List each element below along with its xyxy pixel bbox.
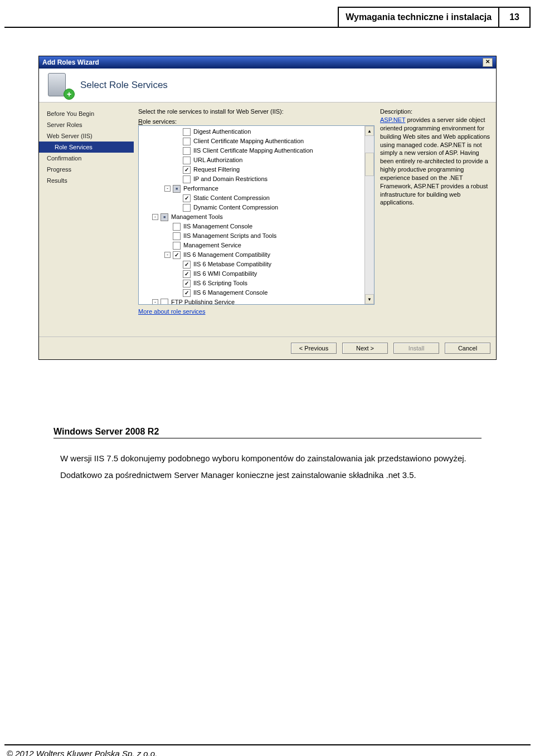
wizard-nav-item[interactable]: Before You Begin — [39, 108, 134, 119]
tree-item-label: IIS Management Console — [183, 222, 252, 231]
checkbox[interactable] — [183, 289, 191, 297]
body-paragraph-2: Dodatkowo za pośrednictwem Server Manage… — [60, 470, 481, 481]
tree-item[interactable]: IP and Domain Restrictions — [140, 174, 363, 184]
tree-item[interactable]: IIS 6 Scripting Tools — [140, 279, 363, 288]
copyright-text: © 2012 Wolters Kluwer Polska Sp. z o.o. — [7, 749, 157, 756]
next-button[interactable]: Next > — [342, 343, 388, 354]
scrollbar[interactable]: ▲ ▼ — [364, 126, 374, 304]
checkbox[interactable] — [183, 147, 191, 155]
collapse-icon[interactable]: - — [164, 252, 171, 258]
tree-item[interactable]: Dynamic Content Compression — [140, 203, 363, 212]
checkbox[interactable] — [183, 128, 191, 136]
checkbox[interactable] — [160, 299, 168, 305]
tree-item[interactable]: -IIS 6 Management Compatibility — [140, 250, 363, 260]
tree-item-label: Static Content Compression — [193, 193, 270, 203]
checkbox[interactable] — [183, 138, 191, 145]
instruction-text: Select the role services to install for … — [138, 108, 374, 115]
scroll-up-icon[interactable]: ▲ — [365, 126, 374, 136]
tree-item[interactable]: -FTP Publishing Service — [140, 297, 363, 304]
checkbox[interactable] — [173, 223, 181, 231]
checkbox[interactable] — [173, 185, 181, 193]
wizard-nav-item[interactable]: Role Services — [39, 142, 134, 153]
role-services-tree[interactable]: Digest AuthenticationClient Certificate … — [138, 125, 374, 305]
tree-item[interactable]: URL Authorization — [140, 155, 363, 165]
tree-item-label: IIS 6 Metabase Compatibility — [193, 260, 271, 269]
dialog-body: Before You BeginServer RolesWeb Server (… — [39, 103, 496, 336]
wizard-nav-item[interactable]: Results — [39, 175, 134, 186]
page-footer: © 2012 Wolters Kluwer Polska Sp. z o.o. — [4, 744, 531, 756]
checkbox[interactable] — [183, 166, 191, 174]
checkbox[interactable] — [183, 280, 191, 287]
checkbox[interactable] — [160, 213, 168, 221]
dialog-header-panel: + Select Role Services — [39, 69, 496, 103]
tree-item-label: Client Certificate Mapping Authenticatio… — [193, 136, 304, 146]
tree-item-label: Management Tools — [171, 212, 223, 222]
aspnet-link[interactable]: ASP.NET — [380, 116, 405, 123]
tree-item-label: Request Filtering — [193, 165, 240, 174]
page-header-title: Wymagania techniczne i instalacja — [338, 7, 499, 27]
checkbox[interactable] — [173, 251, 181, 259]
checkbox[interactable] — [173, 242, 181, 250]
dialog-title-text: Add Roles Wizard — [42, 58, 99, 66]
tree-item-label: Management Service — [183, 241, 241, 250]
body-paragraph-1: W wersji IIS 7.5 dokonujemy podobnego wy… — [60, 453, 481, 464]
cancel-button[interactable]: Cancel — [445, 343, 490, 354]
wizard-nav-item[interactable]: Web Server (IIS) — [39, 130, 134, 142]
tree-item[interactable]: Static Content Compression — [140, 193, 363, 203]
wizard-nav-item[interactable]: Confirmation — [39, 153, 134, 164]
tree-item[interactable]: Client Certificate Mapping Authenticatio… — [140, 136, 363, 146]
collapse-icon[interactable]: - — [164, 186, 171, 192]
tree-item[interactable]: IIS 6 Management Console — [140, 288, 363, 297]
tree-item[interactable]: IIS Management Console — [140, 222, 363, 231]
body-text: W wersji IIS 7.5 dokonujemy podobnego wy… — [60, 453, 481, 481]
tree-item[interactable]: IIS 6 WMI Compatibility — [140, 269, 363, 279]
page-number: 13 — [499, 7, 531, 27]
role-services-label: Role services: — [138, 118, 374, 125]
tree-item-label: IIS Client Certificate Mapping Authentic… — [193, 146, 313, 155]
install-button: Install — [393, 343, 439, 354]
tree-item-label: IIS 6 WMI Compatibility — [193, 269, 257, 279]
tree-item-label: IP and Domain Restrictions — [193, 174, 268, 184]
tree-item-label: URL Authorization — [193, 155, 242, 165]
scroll-down-icon[interactable]: ▼ — [365, 294, 374, 304]
section-heading-windows-server-2008-r2: Windows Server 2008 R2 — [54, 427, 481, 438]
checkbox[interactable] — [183, 204, 191, 212]
scroll-thumb[interactable] — [365, 153, 374, 176]
checkbox[interactable] — [183, 194, 191, 202]
collapse-icon[interactable]: - — [152, 214, 158, 220]
dialog-button-bar: < Previous Next > Install Cancel — [39, 336, 496, 359]
tree-item-label: Digest Authentication — [193, 127, 251, 136]
tree-item[interactable]: -Management Tools — [140, 212, 363, 222]
tree-item[interactable]: Request Filtering — [140, 165, 363, 174]
tree-item[interactable]: -Performance — [140, 184, 363, 193]
tree-item-label: IIS 6 Scripting Tools — [193, 279, 247, 288]
tree-item[interactable]: Digest Authentication — [140, 127, 363, 136]
wizard-nav: Before You BeginServer RolesWeb Server (… — [39, 103, 134, 336]
tree-item-label: FTP Publishing Service — [171, 297, 235, 304]
previous-button[interactable]: < Previous — [291, 343, 337, 354]
description-label: Description: — [380, 108, 492, 115]
checkbox[interactable] — [183, 270, 191, 278]
dialog-heading: Select Role Services — [80, 80, 168, 91]
wizard-nav-item[interactable]: Progress — [39, 164, 134, 175]
wizard-main-panel: Select the role services to install for … — [134, 103, 496, 336]
checkbox[interactable] — [183, 157, 191, 164]
tree-item[interactable]: Management Service — [140, 241, 363, 250]
checkbox[interactable] — [183, 261, 191, 269]
add-roles-wizard-dialog: Add Roles Wizard ✕ + Select Role Service… — [38, 56, 497, 360]
checkbox[interactable] — [173, 232, 181, 240]
tree-item[interactable]: IIS Client Certificate Mapping Authentic… — [140, 146, 363, 155]
server-plus-icon: + — [48, 73, 72, 97]
page-header: Wymagania techniczne i instalacja 13 — [4, 7, 531, 28]
collapse-icon[interactable]: - — [152, 299, 158, 304]
close-icon[interactable]: ✕ — [483, 58, 493, 67]
tree-item-label: Performance — [183, 184, 218, 193]
wizard-nav-item[interactable]: Server Roles — [39, 119, 134, 130]
tree-item[interactable]: IIS 6 Metabase Compatibility — [140, 260, 363, 269]
more-about-role-services-link[interactable]: More about role services — [138, 308, 205, 315]
tree-item-label: Dynamic Content Compression — [193, 203, 278, 212]
tree-item-label: IIS 6 Management Compatibility — [183, 250, 270, 260]
dialog-titlebar: Add Roles Wizard ✕ — [39, 56, 496, 69]
checkbox[interactable] — [183, 175, 191, 183]
tree-item[interactable]: IIS Management Scripts and Tools — [140, 231, 363, 241]
